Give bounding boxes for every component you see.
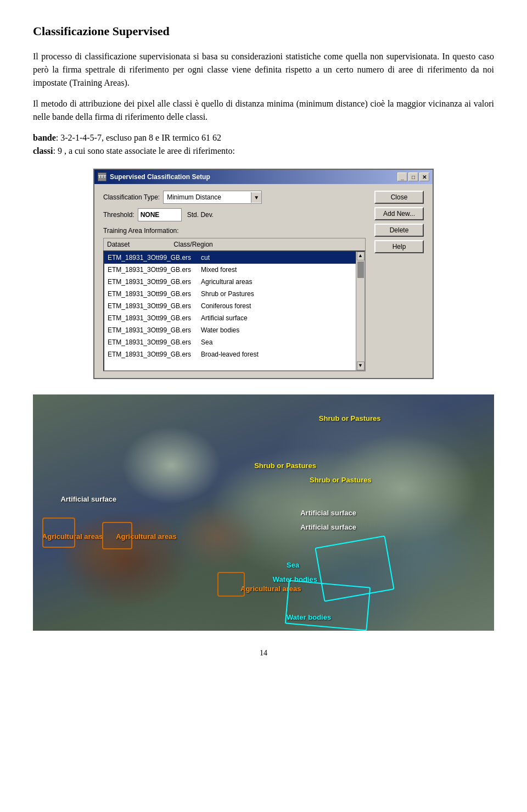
class-cell: Water bodies (201, 325, 352, 335)
class-cell: Shrub or Pastures (201, 289, 352, 299)
table-row[interactable]: ETM_18931_3Ott99_GB.ersWater bodies (104, 324, 356, 336)
satellite-label: Artificial surface (60, 494, 116, 505)
close-window-button[interactable]: ✕ (419, 173, 429, 181)
table-row[interactable]: ETM_18931_3Ott99_GB.ersSea (104, 336, 356, 348)
class-cell: Sea (201, 337, 352, 347)
satellite-image: Shrub or PasturesShrub or PasturesShrub … (33, 394, 494, 631)
titlebar-buttons: _ □ ✕ (397, 173, 429, 181)
table-row[interactable]: ETM_18931_3Ott99_GB.ersAgricultural area… (104, 276, 356, 288)
threshold-input[interactable]: NONE (138, 208, 182, 221)
agr-polygon-1 (42, 518, 75, 548)
bands-line: bande: 3-2-1-4-5-7, escluso pan 8 e IR t… (33, 131, 494, 144)
satellite-label: Shrub or Pastures (254, 460, 316, 471)
table-rows-container: ETM_18931_3Ott99_GB.erscutETM_18931_3Ott… (104, 252, 356, 370)
page-title: Classificazione Supervised (33, 22, 494, 40)
class-cell: Broad-leaved forest (201, 349, 352, 359)
table-row[interactable]: ETM_18931_3Ott99_GB.ersMixed forest (104, 264, 356, 276)
class-cell: cut (201, 253, 352, 263)
add-new-button[interactable]: Add New... (374, 207, 424, 220)
paragraph-2: Il metodo di attribuzione dei pixel alle… (33, 97, 494, 124)
classification-type-row: Classification Type: Minimum Distance ▼ (103, 191, 366, 204)
classi-line: classi: 9 , a cui sono state associate l… (33, 144, 494, 158)
class-cell: Artificial surface (201, 313, 352, 323)
paragraph-1: Il processo di classificazione supervisi… (33, 50, 494, 90)
titlebar-left: TTT Supervised Classification Setup (98, 172, 210, 182)
class-cell: Coniferous forest (201, 301, 352, 311)
bands-classes-info: bande: 3-2-1-4-5-7, escluso pan 8 e IR t… (33, 131, 494, 158)
satellite-label: Artificial surface (300, 522, 356, 533)
class-cell: Mixed forest (201, 265, 352, 275)
minimize-button[interactable]: _ (397, 173, 407, 181)
scrollbar[interactable]: ▲ ▼ (356, 252, 365, 370)
scroll-thumb-area (357, 260, 364, 361)
supervised-classification-dialog: TTT Supervised Classification Setup _ □ … (93, 169, 434, 379)
dataset-cell: ETM_18931_3Ott99_GB.ers (108, 289, 195, 299)
table-row[interactable]: ETM_18931_3Ott99_GB.ersBroad-leaved fore… (104, 348, 356, 360)
training-area-label: Training Area Information: (103, 226, 366, 236)
satellite-label: Sea (287, 560, 299, 571)
satellite-label: Shrub or Pastures (319, 413, 381, 424)
scroll-down-button[interactable]: ▼ (357, 361, 365, 370)
class-cell: Agricultural areas (201, 277, 352, 287)
threshold-label: Threshold: (103, 210, 134, 220)
satellite-label: Shrub or Pastures (310, 475, 372, 486)
dataset-cell: ETM_18931_3Ott99_GB.ers (108, 325, 195, 335)
bands-label: bande (33, 133, 56, 142)
delete-button[interactable]: Delete (374, 224, 424, 237)
agr-polygon-3 (217, 572, 245, 597)
dialog-title: Supervised Classification Setup (110, 172, 210, 182)
dataset-cell: ETM_18931_3Ott99_GB.ers (108, 277, 195, 287)
dataset-cell: ETM_18931_3Ott99_GB.ers (108, 265, 195, 275)
scroll-thumb[interactable] (357, 262, 364, 278)
std-dev-label: Std. Dev. (187, 210, 214, 220)
classi-label: classi (33, 146, 53, 155)
training-section: Training Area Information: Dataset Class… (103, 226, 366, 371)
threshold-value: NONE (141, 211, 160, 219)
table-row[interactable]: ETM_18931_3Ott99_GB.erscut (104, 252, 356, 264)
dataset-cell: ETM_18931_3Ott99_GB.ers (108, 337, 195, 347)
bands-colon: : (56, 133, 60, 142)
terrain-overlay (33, 394, 494, 631)
table-row[interactable]: ETM_18931_3Ott99_GB.ersConiferous forest (104, 300, 356, 312)
page-number: 14 (33, 647, 494, 659)
classi-value: 9 , a cui sono state associate le aree d… (58, 146, 235, 155)
table-row[interactable]: ETM_18931_3Ott99_GB.ersArtificial surfac… (104, 312, 356, 324)
col-dataset-header: Dataset (107, 240, 130, 249)
combo-arrow-icon[interactable]: ▼ (251, 192, 261, 203)
agr-polygon-2 (102, 522, 132, 549)
col-class-header: Class/Region (173, 240, 212, 249)
table-header: Dataset Class/Region (103, 238, 366, 251)
table-row[interactable]: ETM_18931_3Ott99_GB.ersShrub or Pastures (104, 288, 356, 300)
classi-colon: : (53, 146, 57, 155)
classification-type-combo[interactable]: Minimum Distance ▼ (163, 191, 262, 204)
threshold-row: Threshold: NONE Std. Dev. (103, 208, 366, 221)
help-button[interactable]: Help (374, 240, 424, 253)
dataset-cell: ETM_18931_3Ott99_GB.ers (108, 253, 195, 263)
classification-type-label: Classification Type: (103, 192, 160, 202)
scroll-up-button[interactable]: ▲ (357, 252, 365, 260)
dataset-cell: ETM_18931_3Ott99_GB.ers (108, 349, 195, 359)
dataset-cell: ETM_18931_3Ott99_GB.ers (108, 313, 195, 323)
training-table: ETM_18931_3Ott99_GB.erscutETM_18931_3Ott… (103, 251, 366, 371)
bands-value: 3-2-1-4-5-7, escluso pan 8 e IR termico … (60, 133, 221, 142)
water-bodies-polygon (285, 580, 371, 631)
classification-type-value: Minimum Distance (164, 191, 251, 203)
maximize-button[interactable]: □ (408, 173, 418, 181)
dialog-icon: TTT (98, 173, 106, 181)
dialog-wrapper: TTT Supervised Classification Setup _ □ … (33, 169, 494, 379)
satellite-label: Artificial surface (300, 508, 356, 519)
dialog-body: Classification Type: Minimum Distance ▼ … (94, 184, 433, 378)
dialog-titlebar: TTT Supervised Classification Setup _ □ … (94, 170, 433, 184)
dataset-cell: ETM_18931_3Ott99_GB.ers (108, 301, 195, 311)
dialog-left-panel: Classification Type: Minimum Distance ▼ … (103, 191, 366, 371)
dialog-right-panel: Close Add New... Delete Help (374, 191, 424, 371)
close-button[interactable]: Close (374, 191, 424, 204)
